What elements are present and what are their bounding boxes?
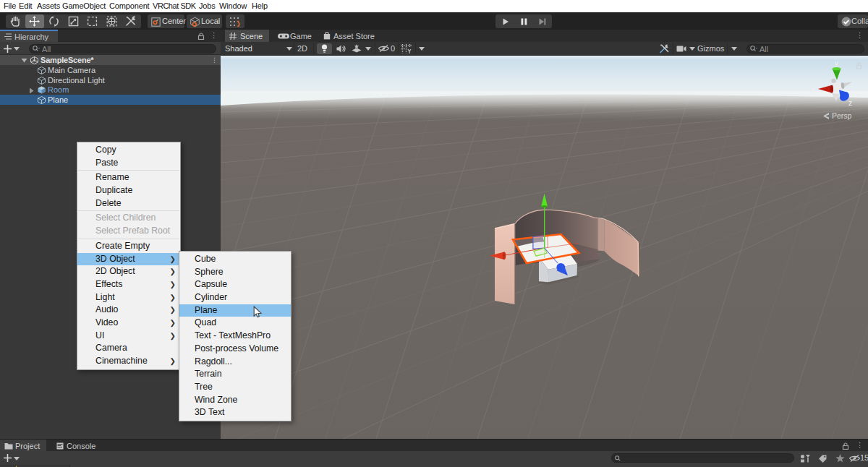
svg-text:Persp: Persp	[832, 111, 852, 120]
svg-text:x: x	[812, 86, 815, 94]
svg-text:y: y	[835, 59, 838, 67]
svg-text:z: z	[848, 99, 852, 107]
